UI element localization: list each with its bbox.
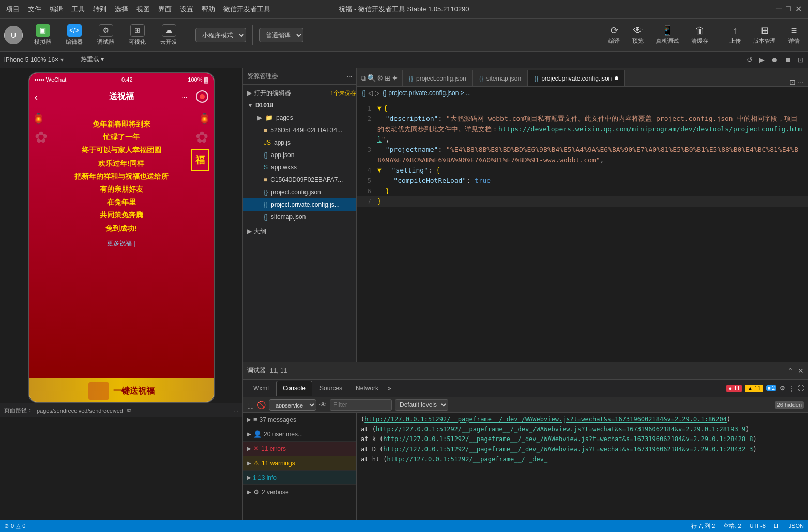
- file-c156[interactable]: ■ C15640D09F02EBAFA7...: [243, 174, 356, 186]
- section-open-editors[interactable]: ▶ 打开的编辑器 1个未保存: [243, 87, 356, 99]
- devtools-fullscreen-icon[interactable]: ⛶: [798, 385, 804, 392]
- details-button[interactable]: ≡ 详情: [784, 23, 804, 47]
- menu-view[interactable]: 视图: [136, 5, 150, 14]
- console-filter-input[interactable]: [330, 399, 392, 411]
- menu-help[interactable]: 帮助: [202, 5, 215, 14]
- console-inspect-icon[interactable]: ⬚: [247, 401, 254, 409]
- maximize-button[interactable]: □: [786, 4, 791, 14]
- refresh-icon[interactable]: ↺: [746, 56, 753, 64]
- tab-project-config[interactable]: {} project.config.json: [403, 70, 473, 86]
- log-verbose[interactable]: ▶ ⚙ 2 verbose: [243, 485, 356, 499]
- phone-send-button[interactable]: 一键送祝福: [29, 378, 214, 403]
- console-clear-icon[interactable]: 🚫: [257, 401, 266, 409]
- more-tabs-icon[interactable]: ···: [798, 78, 804, 86]
- editor-button[interactable]: </> 编辑器: [60, 22, 88, 48]
- devtools-collapse-icon[interactable]: ⌃: [787, 367, 794, 375]
- trace-url-5[interactable]: http://127.0.0.1:51292/__pageframe__/ _d…: [387, 456, 548, 463]
- trace-url-4[interactable]: http://127.0.0.1:51292/__pageframe__/_de…: [383, 446, 753, 453]
- debugger-button[interactable]: ⚙ 调试器: [92, 22, 119, 48]
- breadcrumb-nav-fwd[interactable]: ▷: [375, 89, 379, 97]
- menu-settings[interactable]: 设置: [180, 5, 193, 14]
- version-button[interactable]: ⊞ 版本管理: [749, 23, 780, 47]
- menu-goto[interactable]: 转到: [93, 5, 106, 14]
- device-select[interactable]: iPhone 5 100% 16× ▾: [4, 56, 64, 64]
- tab-project-private[interactable]: {} project.private.config.json: [528, 70, 625, 86]
- file-526d[interactable]: ■ 526D5E449F02EBAF34...: [243, 124, 356, 136]
- file-sitemap[interactable]: {} sitemap.json: [243, 211, 356, 223]
- log-messages[interactable]: ▶ ≡ 37 messages: [243, 413, 356, 427]
- phone-more-link[interactable]: 更多祝福 |: [107, 239, 135, 248]
- cloud-button[interactable]: ☁ 云开发: [155, 22, 182, 48]
- file-project-config[interactable]: {} project.config.json: [243, 186, 356, 198]
- trace-url-1[interactable]: http://127.0.0.1:51292/__pageframe__/_de…: [364, 416, 727, 423]
- screenshot-icon[interactable]: ⊡: [798, 56, 804, 64]
- log-info[interactable]: ▶ ℹ 13 info: [243, 471, 356, 485]
- trace-url-2[interactable]: http://127.0.0.1:51292/__pageframe__/_de…: [376, 426, 745, 433]
- phone-content: 🏮 🏮 ✿ ✿ 福 兔年新春即将到来 忙碌了一年 终于可以与家人幸福团圆 欢乐过…: [29, 107, 214, 378]
- status-errors[interactable]: ⊘ 0 △ 0: [4, 523, 25, 529]
- file-app-js[interactable]: JS app.js: [243, 136, 356, 149]
- phone-back-icon[interactable]: ‹: [35, 91, 38, 103]
- menu-devtools[interactable]: 微信开发者工具: [223, 5, 270, 14]
- menu-tools[interactable]: 工具: [71, 5, 85, 14]
- simulator-button[interactable]: ▣ 模拟器: [29, 22, 56, 48]
- file-project-private-config[interactable]: {} project.private.config.js...: [243, 198, 356, 211]
- menu-select[interactable]: 选择: [115, 5, 128, 14]
- log-errors[interactable]: ▶ ✕ 11 errors: [243, 442, 356, 456]
- tab-icon-2[interactable]: 🔍: [367, 74, 376, 82]
- section-outline[interactable]: ▶ 大纲: [243, 225, 356, 238]
- devtools-tab-wxml[interactable]: Wxml: [247, 381, 275, 396]
- devtools-settings-icon[interactable]: ⚙: [780, 385, 785, 392]
- realtest-button[interactable]: 📱 真机调试: [652, 23, 683, 47]
- devtools-close-icon[interactable]: ✕: [798, 367, 804, 375]
- section-d1018[interactable]: ▼ D1018: [243, 99, 356, 112]
- minimize-button[interactable]: ─: [776, 4, 782, 14]
- devtools-more-tabs-icon[interactable]: »: [388, 385, 391, 392]
- log-warnings[interactable]: ▶ ⚠ 11 warnings: [243, 456, 356, 471]
- file-app-wxss[interactable]: S app.wxss: [243, 161, 356, 174]
- file-panel-more-icon[interactable]: ···: [347, 73, 352, 80]
- clearcache-button[interactable]: 🗑 清缓存: [687, 23, 712, 47]
- menu-file[interactable]: 文件: [28, 5, 41, 14]
- stop-icon[interactable]: ⏹: [784, 56, 791, 64]
- menu-edit[interactable]: 编辑: [50, 5, 63, 14]
- tab-sitemap[interactable]: {} sitemap.json: [473, 70, 528, 86]
- tab-icon-1[interactable]: ⧉: [361, 74, 366, 83]
- menu-interface[interactable]: 界面: [158, 5, 172, 14]
- hotkey-select[interactable]: 热重载 ▾: [81, 55, 104, 64]
- context-select[interactable]: appservice: [269, 399, 316, 411]
- phone-nav-dots-button[interactable]: ···: [181, 92, 188, 101]
- avatar[interactable]: U: [4, 26, 23, 44]
- console-eye-icon[interactable]: 👁: [319, 401, 327, 409]
- devtools-tab-network[interactable]: Network: [349, 381, 385, 396]
- menu-project[interactable]: 项目: [6, 5, 20, 14]
- tab-icon-4[interactable]: ⊞: [385, 74, 391, 82]
- record-icon[interactable]: ⏺: [771, 56, 778, 64]
- log-user-messages[interactable]: ▶ 👤 20 user mes...: [243, 427, 356, 442]
- preview-button[interactable]: 👁 预览: [628, 23, 648, 47]
- upload-button[interactable]: ↑ 上传: [725, 23, 745, 47]
- compile-select[interactable]: 普通编译: [259, 28, 303, 42]
- file-app-json[interactable]: {} app.json: [243, 149, 356, 161]
- file-pages-folder[interactable]: ▶ 📁 pages: [243, 112, 356, 124]
- phone-record-button[interactable]: [196, 90, 208, 103]
- tab-icon-5[interactable]: ✦: [392, 74, 398, 82]
- copy-path-icon[interactable]: ⧉: [127, 407, 131, 414]
- window-controls[interactable]: ─ □ ✕: [776, 4, 802, 14]
- devtools-log-list[interactable]: ▶ ≡ 37 messages ▶ 👤 20 user mes... ▶ ✕ 1…: [243, 413, 357, 532]
- devtools-tab-sources[interactable]: Sources: [313, 381, 348, 396]
- play-icon[interactable]: ▶: [759, 56, 765, 64]
- page-path-more[interactable]: ···: [234, 408, 238, 414]
- devtools-tab-console[interactable]: Console: [276, 381, 312, 396]
- visual-button[interactable]: ⊞ 可视化: [124, 22, 151, 48]
- compile-button[interactable]: ⟳ 编译: [604, 23, 624, 47]
- trace-url-3[interactable]: http://127.0.0.1:51292/__pageframe__/_de…: [383, 435, 753, 443]
- menu-bar[interactable]: 项目 文件 编辑 工具 转到 选择 视图 界面 设置 帮助 微信开发者工具: [6, 5, 270, 14]
- tab-icon-3[interactable]: ⚙: [377, 74, 384, 82]
- close-button[interactable]: ✕: [795, 4, 802, 14]
- devtools-options-icon[interactable]: ⋮: [788, 385, 795, 392]
- log-level-select[interactable]: Default levels: [395, 399, 448, 411]
- breadcrumb-nav-back[interactable]: ◁: [368, 89, 373, 97]
- mode-select[interactable]: 小程序模式: [195, 28, 246, 42]
- split-editor-icon[interactable]: ⊡: [789, 78, 796, 86]
